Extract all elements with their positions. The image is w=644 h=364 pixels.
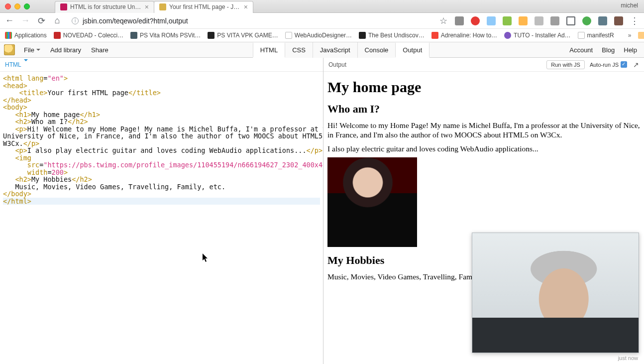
extension-icon[interactable] [598,16,607,25]
code-token: University of Nice, in France, and I'm a… [3,132,323,140]
page-paragraph: Hi! Welcome to my Home Page! My name is … [327,121,640,140]
apps-icon [5,32,12,39]
share-button[interactable]: Share [86,42,113,58]
panel-toggle-html[interactable]: HTML [253,42,285,58]
add-library-button[interactable]: Add library [45,42,86,58]
url-text: jsbin.com/teqewo/edit?html,output [83,17,188,25]
favicon-icon [159,3,166,10]
close-tab-icon[interactable]: × [145,3,149,11]
bookmark-label: The Best Undiscov… [368,32,425,39]
jsbin-toolbar: File Add library Share HTML CSS JavaScri… [0,42,644,58]
pane-header: Output Run with JS Auto-run JS ↗ [323,58,644,72]
zoom-window-button[interactable] [24,3,30,9]
blog-link[interactable]: Blog [602,46,615,54]
code-token: </html> [3,197,31,205]
browser-tab[interactable]: HTML is for structure Unit | Ja… × [55,1,154,13]
extension-icon[interactable] [582,16,591,25]
bookmark-label: manifestR [587,32,614,39]
window-titlebar: HTML is for structure Unit | Ja… × Your … [0,0,644,13]
bookmark-item[interactable]: PS VITA VPK GAME… [208,32,278,39]
favicon-icon [208,32,215,39]
close-tab-icon[interactable]: × [244,3,248,11]
favicon-icon [504,32,511,39]
bookmark-item[interactable]: PS Vita ROMs PSVit… [130,32,201,39]
page-paragraph: I also play electric guitar and loves co… [327,144,640,153]
jsbin-logo-icon[interactable] [4,44,15,55]
panel-toggle-css[interactable]: CSS [285,42,313,58]
favicon-icon [359,32,366,39]
bookmark-item[interactable]: TUTO - Installer Ad… [504,32,570,39]
pane-label: Output [328,61,346,68]
panel-toggle-output[interactable]: Output [395,42,429,58]
address-bar[interactable]: i jsbin.com/teqewo/edit?html,output [72,17,188,25]
bookmark-item[interactable]: manifestR [578,32,614,39]
code-token: "https://pbs.twimg.com/profile_images/11… [43,161,323,169]
panel-toggle-console[interactable]: Console [357,42,396,58]
run-with-js-button[interactable]: Run with JS [546,60,585,69]
bookmark-item[interactable]: NOVEDAD - Colecci… [54,32,123,39]
browser-toolbar: ← → ⟳ ⌂ i jsbin.com/teqewo/edit?html,out… [0,13,644,29]
popout-icon[interactable]: ↗ [633,61,639,69]
browser-tabs: HTML is for structure Unit | Ja… × Your … [55,0,253,13]
mouse-cursor-icon [203,253,209,262]
webcam-overlay [472,233,639,353]
file-menu[interactable]: File [19,42,45,58]
site-info-icon[interactable]: i [72,17,79,24]
code-token: lang [27,74,44,82]
file-icon [285,32,292,39]
bookmark-item[interactable]: Adrenaline: How to… [431,32,497,39]
favicon-icon [60,3,67,10]
bookmark-item[interactable]: The Best Undiscov… [359,32,425,39]
checkbox-checked-icon[interactable] [621,61,627,68]
code-token: Your first HTML page [47,89,128,97]
extension-icon[interactable] [535,16,543,25]
pane-mode-dropdown[interactable]: HTML [5,61,28,68]
extension-icon[interactable] [455,16,464,25]
chrome-menu-icon[interactable]: ⋮ [630,16,639,25]
code-editor[interactable]: <html lang="en"> <head> <title>Your firs… [0,72,323,208]
favicon-icon [431,32,438,39]
bookmarks-overflow-icon[interactable]: » [628,32,632,39]
bookmark-label: Adrenaline: How to… [441,32,497,39]
bookmark-item[interactable]: Applications [5,32,47,39]
other-bookmarks-button[interactable]: Autres favoris [638,32,644,39]
bookmark-label: PS VITA VPK GAME… [217,32,278,39]
extension-icon[interactable] [550,16,559,25]
auto-run-js-toggle[interactable]: Auto-run JS [590,61,627,68]
pane-header: HTML [0,58,323,72]
panel-toggle-javascript[interactable]: JavaScript [313,42,358,58]
code-token: > [64,74,68,82]
reload-button[interactable]: ⟳ [37,16,46,25]
extension-icon[interactable] [519,16,528,25]
close-window-button[interactable] [5,3,11,9]
bookmark-label: NOVEDAD - Colecci… [63,32,123,39]
favicon-icon [54,32,61,39]
code-token: Music, Movies, Video Games, Travelling, … [3,183,225,191]
bookmark-label: TUTO - Installer Ad… [514,32,570,39]
help-link[interactable]: Help [624,46,637,54]
minimize-window-button[interactable] [14,3,20,9]
tab-title: HTML is for structure Unit | Ja… [70,3,142,10]
account-link[interactable]: Account [569,46,593,54]
panel-toggle-group: HTML CSS JavaScript Console Output [253,42,430,58]
extension-icon[interactable] [471,16,480,25]
page-h2: Who am I? [327,103,640,116]
extension-icon[interactable] [487,16,496,25]
chrome-profile-name[interactable]: michel [621,2,638,9]
traffic-lights [5,3,30,9]
toggle-label: Auto-run JS [590,62,619,68]
home-button[interactable]: ⌂ [53,16,62,25]
extension-icon[interactable] [614,16,623,25]
bookmark-label: Applications [14,32,47,39]
forward-button[interactable]: → [21,16,30,25]
extension-icon[interactable] [503,16,512,25]
bookmark-item[interactable]: WebAudioDesigner… [285,32,352,39]
code-token: </p> [307,146,323,154]
status-text: just now [618,355,638,361]
browser-tab[interactable]: Your first HTML page - JS Bin × [154,1,253,13]
workspace-split: HTML <html lang="en"> <head> <title>Your… [0,58,644,364]
bookmark-star-icon[interactable]: ☆ [439,16,448,25]
back-button[interactable]: ← [5,16,14,25]
cast-icon[interactable] [566,16,575,25]
bookmark-label: PS Vita ROMs PSVit… [140,32,201,39]
